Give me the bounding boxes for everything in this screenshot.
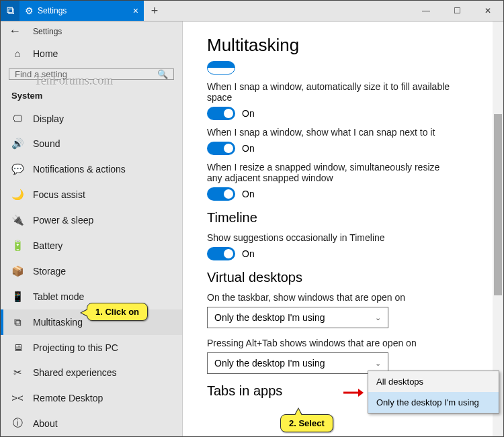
- home-label: Home: [33, 48, 58, 59]
- sidebar-item-label: Display: [33, 113, 64, 124]
- titlebar-drag[interactable]: [165, 1, 411, 21]
- content-area: Multitasking When I snap a window, autom…: [183, 21, 503, 436]
- toggle-state: On: [242, 108, 255, 119]
- svg-marker-1: [358, 389, 364, 397]
- annotation-arrow: [343, 388, 364, 397]
- sidebar-item-label: Tablet mode: [33, 291, 84, 302]
- close-tab-icon[interactable]: ×: [133, 5, 138, 16]
- sidebar-item-label: Storage: [33, 266, 66, 277]
- timeline-toggle[interactable]: [207, 247, 235, 260]
- back-button[interactable]: ←: [9, 24, 21, 38]
- sidebar-item-label: Battery: [33, 240, 62, 251]
- sidebar-item-display[interactable]: 🖵Display: [1, 106, 182, 131]
- popup-option-all-desktops[interactable]: All desktops: [368, 371, 499, 392]
- sidebar: ← Settings TenForums.com ⌂ Home Find a s…: [1, 21, 183, 436]
- sidebar-home[interactable]: ⌂ Home: [1, 41, 182, 66]
- sidebar-item-label: Focus assist: [33, 189, 85, 200]
- sound-icon: 🔊: [11, 138, 24, 150]
- sidebar-item-label: Sound: [33, 138, 60, 149]
- snap-fill-toggle[interactable]: [207, 107, 235, 120]
- sidebar-item-label: Shared experiences: [33, 367, 117, 378]
- sidebar-section: System: [1, 87, 182, 106]
- notifications-icon: 💬: [11, 163, 24, 175]
- gear-icon: ⚙: [25, 5, 34, 16]
- snap-resize-label: When I resize a snapped window, simultan…: [207, 162, 456, 183]
- tab-overlap-icon: ⧉: [1, 1, 19, 21]
- minimize-button[interactable]: —: [411, 1, 442, 21]
- new-tab-button[interactable]: +: [144, 1, 165, 21]
- snap-fill-label: When I snap a window, automatically size…: [207, 81, 456, 103]
- focus-icon: 🌙: [11, 189, 24, 201]
- virtual-desktops-heading: Virtual desktops: [207, 270, 493, 285]
- toggle-state: On: [242, 143, 255, 154]
- active-tab[interactable]: ⚙ Settings ×: [19, 1, 144, 21]
- timeline-heading: Timeline: [207, 210, 493, 226]
- callout-select: 2. Select: [280, 414, 333, 432]
- chevron-down-icon: ⌄: [375, 313, 381, 322]
- callout-click-on: 1. Click on: [87, 303, 148, 321]
- scrollbar-thumb[interactable]: [494, 114, 502, 295]
- page-title: Multitasking: [207, 35, 493, 56]
- sidebar-item-notifications[interactable]: 💬Notifications & actions: [1, 156, 182, 182]
- sidebar-item-label: Multitasking: [33, 317, 83, 328]
- sidebar-item-battery[interactable]: 🔋Battery: [1, 233, 182, 258]
- snap-next-label: When I snap a window, show what I can sn…: [207, 127, 456, 138]
- popup-option-only-current[interactable]: Only the desktop I'm using: [368, 392, 499, 413]
- sidebar-item-about[interactable]: ⓘAbout: [1, 410, 182, 436]
- search-placeholder: Find a setting: [15, 69, 67, 79]
- projecting-icon: 🖥: [11, 342, 24, 353]
- titlebar: ⧉ ⚙ Settings × + — ☐ ✕: [1, 1, 503, 21]
- vd-alttab-label: Pressing Alt+Tab shows windows that are …: [207, 338, 456, 348]
- snap-next-toggle[interactable]: [207, 142, 235, 155]
- toggle-state: On: [242, 248, 255, 259]
- about-icon: ⓘ: [11, 417, 24, 430]
- tablet-icon: 📱: [11, 291, 24, 303]
- sidebar-item-power[interactable]: 🔌Power & sleep: [1, 207, 182, 233]
- display-icon: 🖵: [11, 113, 24, 124]
- sidebar-item-label: About: [33, 418, 58, 429]
- dropdown-value: Only the desktop I'm using: [214, 312, 325, 323]
- snap-master-toggle[interactable]: [207, 61, 235, 75]
- vd-taskbar-dropdown[interactable]: Only the desktop I'm using ⌄: [207, 307, 388, 328]
- toggle-state: On: [242, 189, 255, 199]
- sidebar-item-sound[interactable]: 🔊Sound: [1, 131, 182, 156]
- search-input[interactable]: Find a setting 🔍: [9, 68, 174, 80]
- sidebar-item-label: Notifications & actions: [33, 164, 126, 175]
- storage-icon: 📦: [11, 265, 24, 277]
- sidebar-item-remote[interactable]: ><Remote Desktop: [1, 385, 182, 410]
- sidebar-item-label: Power & sleep: [33, 215, 93, 226]
- remote-icon: ><: [11, 392, 24, 403]
- sidebar-item-label: Remote Desktop: [33, 393, 103, 403]
- chevron-down-icon: ⌄: [375, 359, 381, 368]
- search-icon: 🔍: [157, 69, 168, 79]
- vd-taskbar-label: On the taskbar, show windows that are op…: [207, 292, 456, 303]
- multitasking-icon: ⧉: [11, 316, 24, 328]
- sidebar-title: Settings: [33, 27, 62, 36]
- shared-icon: ✂: [11, 367, 24, 379]
- sidebar-item-label: Projecting to this PC: [33, 342, 118, 353]
- sidebar-item-projecting[interactable]: 🖥Projecting to this PC: [1, 335, 182, 360]
- close-window-button[interactable]: ✕: [472, 1, 503, 21]
- sidebar-item-shared[interactable]: ✂Shared experiences: [1, 360, 182, 385]
- battery-icon: 🔋: [11, 240, 24, 252]
- sidebar-item-storage[interactable]: 📦Storage: [1, 258, 182, 284]
- alttab-dropdown-popup: All desktops Only the desktop I'm using: [368, 371, 499, 414]
- maximize-button[interactable]: ☐: [442, 1, 472, 21]
- power-icon: 🔌: [11, 214, 24, 226]
- vd-alttab-dropdown[interactable]: Only the desktop I'm using ⌄: [207, 352, 388, 374]
- dropdown-value: Only the desktop I'm using: [214, 358, 325, 369]
- tab-label: Settings: [38, 6, 67, 15]
- home-icon: ⌂: [11, 48, 24, 59]
- sidebar-item-focus-assist[interactable]: 🌙Focus assist: [1, 182, 182, 207]
- snap-resize-toggle[interactable]: [207, 187, 235, 201]
- timeline-label: Show suggestions occasionally in Timelin…: [207, 232, 456, 243]
